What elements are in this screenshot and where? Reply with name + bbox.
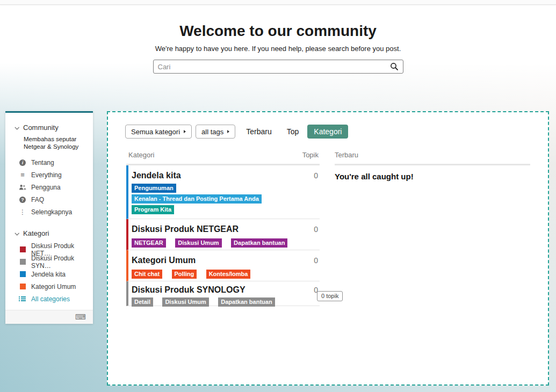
- caret-right-icon: [227, 130, 229, 133]
- topic-count: 0: [297, 250, 320, 281]
- subcategory-badge[interactable]: Dapatkan bantuan: [218, 297, 275, 307]
- community-items: Tentang Everything Pengguna: [15, 156, 89, 218]
- sidebar-item-tentang[interactable]: Tentang: [19, 156, 89, 169]
- nav-tab-kategori-active[interactable]: Kategori: [307, 125, 348, 139]
- latest-column: Terbaru You're all caught up!: [335, 147, 530, 181]
- sidebar-item-pengguna[interactable]: Pengguna: [19, 181, 89, 193]
- category-title[interactable]: Kategori Umum: [132, 255, 297, 266]
- sidebar-item-everything[interactable]: Everything: [19, 169, 89, 181]
- subcategory-badge[interactable]: NETGEAR: [132, 238, 166, 248]
- subcategory-badge[interactable]: Pengumuman: [132, 184, 176, 193]
- table-header: Kategori Topik: [126, 147, 320, 165]
- community-description: Membahas seputar Netgear & Synology: [24, 135, 84, 150]
- tags-filter-dropdown[interactable]: all tags: [196, 125, 235, 139]
- category-title[interactable]: Diskusi Produk SYNOLOGY: [132, 285, 297, 295]
- filter-bar: Semua kategori all tags Terbaru Top Kate…: [125, 125, 348, 139]
- category-title[interactable]: Diskusi Produk NETGEAR: [132, 224, 297, 235]
- category-row-umum[interactable]: Kategori Umum Chit chat Polling Kontes/l…: [126, 250, 320, 281]
- welcome-subtitle: We're happy to have you here. If you nee…: [0, 45, 556, 53]
- header-topik: Topik: [302, 151, 319, 159]
- subcategory-badge[interactable]: Polling: [172, 270, 197, 279]
- category-row-synology[interactable]: Diskusi Produk SYNOLOGY Detail Diskusi U…: [126, 281, 320, 306]
- topic-count: 0: [297, 219, 320, 250]
- info-icon: [19, 159, 26, 166]
- welcome-title: Welcome to our community: [0, 23, 556, 40]
- main-content: Semua kategori all tags Terbaru Top Kate…: [107, 111, 549, 386]
- nav-tab-top[interactable]: Top: [287, 127, 299, 136]
- community-section-label: Community: [23, 124, 59, 132]
- subcategory-badge[interactable]: Chit chat: [132, 270, 162, 279]
- search-icon[interactable]: [390, 62, 399, 71]
- subcategory-badge[interactable]: Detail: [132, 297, 153, 307]
- category-row-jendela-kita[interactable]: Jendela kita Pengumuman Kenalan - Thread…: [126, 165, 320, 219]
- sidebar-section-community[interactable]: Community: [15, 124, 89, 132]
- header-terbaru: Terbaru: [335, 147, 530, 165]
- caught-up-message: You're all caught up!: [335, 172, 530, 181]
- chevron-down-icon: [15, 231, 19, 235]
- category-color-swatch: [19, 271, 26, 277]
- subcategory-badge[interactable]: Dapatkan bantuan: [231, 238, 287, 248]
- topic-count: 0: [297, 281, 320, 306]
- sidebar-category-umum[interactable]: Kategori Umum: [19, 280, 89, 293]
- sidebar-all-categories-link[interactable]: All categories: [19, 293, 89, 305]
- sidebar-item-faq[interactable]: FAQ: [19, 193, 89, 206]
- subcategory-badge[interactable]: Program Kita: [132, 205, 174, 214]
- keyboard-icon[interactable]: ⌨: [75, 313, 86, 321]
- welcome-banner: Welcome to our community We're happy to …: [0, 5, 556, 74]
- caret-right-icon: [184, 130, 186, 133]
- search-input[interactable]: [158, 63, 390, 71]
- category-row-netgear[interactable]: Diskusi Produk NETGEAR NETGEAR Diskusi U…: [126, 219, 320, 250]
- layers-icon: [19, 172, 26, 178]
- question-icon: [19, 197, 26, 203]
- sidebar-category-jendela-kita[interactable]: Jendela kita: [19, 268, 89, 280]
- sidebar: Community Membahas seputar Netgear & Syn…: [5, 111, 93, 324]
- top-header-bar: [0, 0, 556, 5]
- ellipsis-icon: [19, 209, 26, 215]
- sidebar-category-synology[interactable]: Diskusi Produk SYN…: [19, 256, 89, 268]
- topic-count-tooltip: 0 topik: [317, 291, 343, 301]
- kategori-section-label: Kategori: [23, 229, 49, 237]
- subcategory-badge[interactable]: Diskusi Umum: [175, 238, 221, 248]
- category-filter-dropdown[interactable]: Semua kategori: [125, 125, 192, 139]
- category-color-swatch: [19, 246, 26, 252]
- subcategory-badge[interactable]: Kenalan - Thread dan Posting Pertama And…: [132, 194, 262, 204]
- category-title[interactable]: Jendela kita: [132, 170, 297, 181]
- sidebar-section-kategori[interactable]: Kategori: [15, 229, 89, 237]
- list-icon: [19, 296, 26, 302]
- chevron-down-icon: [15, 125, 19, 129]
- nav-tab-terbaru[interactable]: Terbaru: [246, 127, 271, 136]
- category-items: Diskusi Produk NET… Diskusi Produk SYN… …: [15, 243, 89, 305]
- categories-table: Kategori Topik Jendela kita Pengumuman K…: [126, 147, 320, 306]
- subcategory-badge[interactable]: Diskusi Umum: [162, 297, 208, 307]
- sidebar-item-selengkapnya[interactable]: Selengkapnya: [19, 206, 89, 218]
- category-color-swatch: [19, 259, 26, 265]
- sidebar-footer: ⌨: [5, 310, 93, 324]
- subcategory-badge[interactable]: Kontes/lomba: [206, 270, 251, 279]
- search-box[interactable]: [153, 60, 403, 74]
- header-kategori: Kategori: [128, 151, 154, 159]
- category-color-swatch: [19, 284, 26, 289]
- topic-count: 0: [297, 165, 320, 219]
- users-icon: [19, 184, 26, 190]
